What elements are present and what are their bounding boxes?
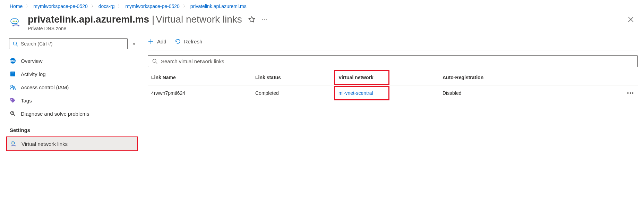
overview-icon: DNS: [10, 58, 16, 64]
sidebar-item-diagnose[interactable]: Diagnose and solve problems: [6, 107, 138, 120]
svg-point-24: [15, 146, 16, 146]
col-header-virtual-network[interactable]: Virtual network: [338, 75, 443, 80]
svg-line-18: [14, 114, 15, 116]
resource-type-label: Private DNS zone: [28, 26, 634, 31]
sidebar-item-label: Diagnose and solve problems: [21, 111, 89, 117]
close-icon[interactable]: [627, 16, 634, 23]
dns-zone-icon: [10, 16, 22, 28]
svg-line-7: [16, 44, 18, 46]
chevron-right-icon: 〉: [118, 4, 122, 9]
page-title: privatelink.api.azureml.ms: [28, 14, 149, 25]
diagnose-icon: [10, 110, 16, 117]
sidebar-item-activity-log[interactable]: Activity log: [6, 67, 138, 81]
cell-virtual-network: ml-vnet-scentral: [338, 90, 443, 96]
toolbar: Add Refresh: [148, 38, 638, 50]
sidebar-search[interactable]: [9, 38, 128, 49]
breadcrumb-item-workspace[interactable]: mymlworkspace-pe-0520: [33, 3, 87, 9]
svg-point-5: [18, 25, 19, 26]
svg-point-21: [13, 143, 14, 143]
refresh-button-label: Refresh: [184, 39, 203, 44]
favorite-star-icon[interactable]: [248, 16, 255, 23]
sidebar-item-label: Activity log: [21, 71, 46, 77]
cell-link-status: Completed: [255, 90, 338, 96]
plus-icon: [148, 38, 154, 44]
row-more-actions-icon[interactable]: •••: [620, 90, 634, 96]
col-header-auto-registration[interactable]: Auto-Registration: [443, 75, 620, 80]
filter-input[interactable]: [161, 58, 633, 64]
sidebar-item-label: Overview: [21, 58, 43, 64]
sidebar-item-label: Virtual network links: [22, 141, 68, 147]
collapse-sidebar-icon[interactable]: «: [132, 41, 135, 47]
svg-point-20: [12, 143, 12, 143]
breadcrumb-item-rg[interactable]: docs-rg: [98, 3, 115, 9]
svg-point-27: [153, 59, 156, 62]
table-row[interactable]: 4rwwn7pmtl624 Completed ml-vnet-scentral…: [148, 85, 638, 101]
activity-log-icon: [10, 71, 16, 77]
vnet-links-table: Link Name Link status Virtual network Au…: [148, 70, 638, 101]
svg-point-2: [15, 21, 16, 22]
sidebar-item-access-control[interactable]: Access control (IAM): [6, 81, 138, 94]
svg-point-14: [11, 85, 13, 87]
refresh-icon: [175, 38, 181, 44]
title-separator: |: [152, 14, 154, 25]
search-icon: [13, 41, 18, 47]
sidebar-item-tags[interactable]: Tags: [6, 94, 138, 107]
sidebar: « DNS Overview Activity log Access contr…: [6, 38, 138, 151]
access-control-icon: [10, 84, 16, 90]
sidebar-search-input[interactable]: [21, 41, 124, 47]
chevron-right-icon: 〉: [91, 4, 95, 9]
sidebar-item-overview[interactable]: DNS Overview: [6, 54, 138, 67]
main-content: Add Refresh Link Name Link status Virtua…: [138, 38, 638, 151]
search-icon: [152, 59, 157, 64]
sidebar-item-label: Access control (IAM): [21, 84, 69, 90]
svg-point-6: [13, 42, 16, 45]
svg-point-1: [13, 21, 14, 22]
svg-point-4: [12, 25, 14, 26]
chevron-right-icon: 〉: [26, 4, 30, 9]
sidebar-item-vnet-links[interactable]: Virtual network links: [6, 136, 138, 151]
svg-point-23: [11, 146, 12, 146]
sidebar-section-settings: Settings: [6, 120, 138, 136]
table-header: Link Name Link status Virtual network Au…: [148, 70, 638, 85]
svg-point-15: [14, 86, 15, 88]
svg-text:DNS: DNS: [10, 60, 16, 62]
breadcrumb-item-zone[interactable]: privatelink.api.azureml.ms: [190, 3, 247, 9]
more-actions-icon[interactable]: ⋯: [261, 16, 268, 23]
add-button-label: Add: [157, 39, 166, 44]
svg-point-16: [11, 99, 12, 100]
add-button[interactable]: Add: [148, 38, 166, 44]
vnet-link[interactable]: ml-vnet-scentral: [338, 90, 373, 96]
vnet-links-icon: [10, 141, 17, 147]
page-subtitle-name: Virtual network links: [156, 14, 242, 25]
filter-search[interactable]: [148, 55, 638, 67]
breadcrumb-item-home[interactable]: Home: [10, 3, 23, 9]
cell-auto-registration: Disabled: [443, 90, 620, 96]
col-header-link-name[interactable]: Link Name: [151, 75, 255, 80]
breadcrumb-item-workspace2[interactable]: mymlworkspace-pe-0520: [125, 3, 179, 9]
page-header: privatelink.api.azureml.ms |Virtual netw…: [0, 11, 644, 38]
svg-point-22: [14, 143, 14, 143]
cell-link-name: 4rwwn7pmtl624: [151, 90, 255, 96]
breadcrumb: Home 〉 mymlworkspace-pe-0520 〉 docs-rg 〉…: [0, 0, 644, 11]
svg-line-28: [156, 62, 157, 63]
col-header-link-status[interactable]: Link status: [255, 75, 338, 80]
tags-icon: [10, 97, 16, 103]
sidebar-item-label: Tags: [21, 98, 32, 103]
svg-point-3: [16, 21, 17, 22]
chevron-right-icon: 〉: [183, 4, 187, 9]
refresh-button[interactable]: Refresh: [175, 38, 203, 44]
